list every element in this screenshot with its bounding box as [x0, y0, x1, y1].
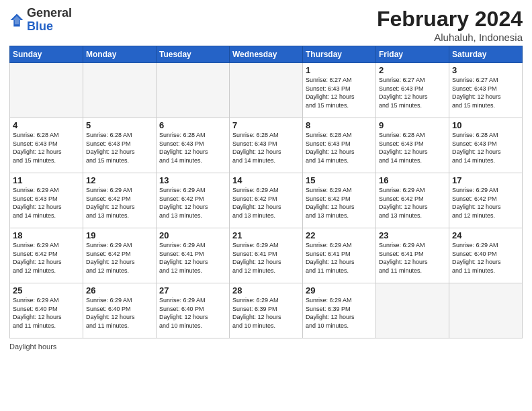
day-number: 15	[306, 175, 373, 185]
calendar-cell: 21Sunrise: 6:29 AMSunset: 6:41 PMDayligh…	[230, 228, 303, 283]
day-header-saturday: Saturday	[449, 46, 523, 63]
day-info: Sunrise: 6:29 AMSunset: 6:42 PMDaylight:…	[306, 186, 373, 220]
calendar-cell	[83, 63, 157, 118]
day-number: 11	[13, 175, 80, 185]
day-number: 22	[306, 230, 373, 240]
day-number: 26	[86, 285, 153, 295]
calendar-cell	[449, 283, 523, 338]
day-number: 9	[379, 120, 446, 130]
day-number: 27	[159, 285, 226, 295]
calendar-cell: 13Sunrise: 6:29 AMSunset: 6:42 PMDayligh…	[157, 173, 230, 228]
day-number: 23	[379, 230, 446, 240]
logo-general-text: General	[27, 6, 72, 19]
day-info: Sunrise: 6:28 AMSunset: 6:43 PMDaylight:…	[306, 131, 373, 165]
logo-blue-text: Blue	[27, 19, 53, 33]
day-info: Sunrise: 6:29 AMSunset: 6:39 PMDaylight:…	[306, 296, 373, 330]
header-row: General Blue February 2024 Aluhaluh, Ind…	[9, 7, 523, 43]
footer-note: Daylight hours	[9, 342, 523, 351]
calendar-cell: 29Sunrise: 6:29 AMSunset: 6:39 PMDayligh…	[303, 283, 376, 338]
month-title: February 2024	[377, 7, 523, 32]
day-number: 2	[379, 65, 446, 75]
day-number: 25	[13, 285, 80, 295]
day-info: Sunrise: 6:29 AMSunset: 6:42 PMDaylight:…	[232, 186, 300, 220]
calendar-week-3: 11Sunrise: 6:29 AMSunset: 6:43 PMDayligh…	[10, 173, 523, 228]
day-info: Sunrise: 6:29 AMSunset: 6:42 PMDaylight:…	[452, 186, 519, 220]
calendar-cell: 6Sunrise: 6:28 AMSunset: 6:43 PMDaylight…	[157, 118, 230, 173]
day-info: Sunrise: 6:28 AMSunset: 6:43 PMDaylight:…	[159, 131, 226, 165]
calendar-cell: 18Sunrise: 6:29 AMSunset: 6:42 PMDayligh…	[10, 228, 83, 283]
day-info: Sunrise: 6:28 AMSunset: 6:43 PMDaylight:…	[232, 131, 300, 165]
calendar-cell: 3Sunrise: 6:27 AMSunset: 6:43 PMDaylight…	[449, 63, 523, 118]
day-header-thursday: Thursday	[303, 46, 376, 63]
day-number: 3	[452, 65, 519, 75]
calendar-cell: 2Sunrise: 6:27 AMSunset: 6:43 PMDaylight…	[376, 63, 449, 118]
day-info: Sunrise: 6:29 AMSunset: 6:42 PMDaylight:…	[13, 241, 80, 275]
day-info: Sunrise: 6:29 AMSunset: 6:39 PMDaylight:…	[232, 296, 300, 330]
page: General Blue February 2024 Aluhaluh, Ind…	[0, 0, 532, 411]
day-info: Sunrise: 6:29 AMSunset: 6:42 PMDaylight:…	[86, 186, 153, 220]
calendar-week-5: 25Sunrise: 6:29 AMSunset: 6:40 PMDayligh…	[10, 283, 523, 338]
day-number: 28	[232, 285, 300, 295]
calendar-week-4: 18Sunrise: 6:29 AMSunset: 6:42 PMDayligh…	[10, 228, 523, 283]
day-info: Sunrise: 6:29 AMSunset: 6:42 PMDaylight:…	[379, 186, 446, 220]
day-header-wednesday: Wednesday	[230, 46, 303, 63]
calendar-cell	[230, 63, 303, 118]
day-info: Sunrise: 6:29 AMSunset: 6:41 PMDaylight:…	[159, 241, 226, 275]
calendar-cell	[157, 63, 230, 118]
day-number: 24	[452, 230, 519, 240]
day-number: 4	[13, 120, 80, 130]
day-info: Sunrise: 6:28 AMSunset: 6:43 PMDaylight:…	[13, 131, 80, 165]
day-number: 17	[452, 175, 519, 185]
calendar-cell: 16Sunrise: 6:29 AMSunset: 6:42 PMDayligh…	[376, 173, 449, 228]
calendar-cell: 11Sunrise: 6:29 AMSunset: 6:43 PMDayligh…	[10, 173, 83, 228]
day-info: Sunrise: 6:29 AMSunset: 6:43 PMDaylight:…	[13, 186, 80, 220]
calendar-cell: 14Sunrise: 6:29 AMSunset: 6:42 PMDayligh…	[230, 173, 303, 228]
calendar-week-1: 1Sunrise: 6:27 AMSunset: 6:43 PMDaylight…	[10, 63, 523, 118]
calendar-cell: 1Sunrise: 6:27 AMSunset: 6:43 PMDaylight…	[303, 63, 376, 118]
day-number: 29	[306, 285, 373, 295]
calendar-cell: 8Sunrise: 6:28 AMSunset: 6:43 PMDaylight…	[303, 118, 376, 173]
day-number: 21	[232, 230, 300, 240]
day-number: 14	[232, 175, 300, 185]
day-info: Sunrise: 6:27 AMSunset: 6:43 PMDaylight:…	[452, 76, 519, 109]
calendar-cell: 19Sunrise: 6:29 AMSunset: 6:42 PMDayligh…	[83, 228, 157, 283]
day-info: Sunrise: 6:29 AMSunset: 6:40 PMDaylight:…	[159, 296, 226, 330]
calendar-cell: 12Sunrise: 6:29 AMSunset: 6:42 PMDayligh…	[83, 173, 157, 228]
day-info: Sunrise: 6:29 AMSunset: 6:41 PMDaylight:…	[306, 241, 373, 275]
day-number: 20	[159, 230, 226, 240]
calendar-cell: 15Sunrise: 6:29 AMSunset: 6:42 PMDayligh…	[303, 173, 376, 228]
calendar-cell	[10, 63, 83, 118]
day-header-tuesday: Tuesday	[157, 46, 230, 63]
day-info: Sunrise: 6:28 AMSunset: 6:43 PMDaylight:…	[452, 131, 519, 165]
calendar-cell: 17Sunrise: 6:29 AMSunset: 6:42 PMDayligh…	[449, 173, 523, 228]
calendar-cell: 7Sunrise: 6:28 AMSunset: 6:43 PMDaylight…	[230, 118, 303, 173]
day-number: 5	[86, 120, 153, 130]
day-number: 12	[86, 175, 153, 185]
day-info: Sunrise: 6:29 AMSunset: 6:41 PMDaylight:…	[379, 241, 446, 275]
calendar-cell: 20Sunrise: 6:29 AMSunset: 6:41 PMDayligh…	[157, 228, 230, 283]
calendar-table: SundayMondayTuesdayWednesdayThursdayFrid…	[9, 46, 523, 338]
calendar-week-2: 4Sunrise: 6:28 AMSunset: 6:43 PMDaylight…	[10, 118, 523, 173]
calendar-cell: 27Sunrise: 6:29 AMSunset: 6:40 PMDayligh…	[157, 283, 230, 338]
calendar-cell: 26Sunrise: 6:29 AMSunset: 6:40 PMDayligh…	[83, 283, 157, 338]
day-info: Sunrise: 6:27 AMSunset: 6:43 PMDaylight:…	[306, 76, 373, 109]
day-info: Sunrise: 6:29 AMSunset: 6:40 PMDaylight:…	[86, 296, 153, 330]
day-info: Sunrise: 6:27 AMSunset: 6:43 PMDaylight:…	[379, 76, 446, 109]
calendar-cell: 23Sunrise: 6:29 AMSunset: 6:41 PMDayligh…	[376, 228, 449, 283]
day-number: 8	[306, 120, 373, 130]
day-header-friday: Friday	[376, 46, 449, 63]
title-block: February 2024 Aluhaluh, Indonesia	[377, 7, 523, 43]
logo-icon	[9, 13, 24, 28]
calendar-cell: 5Sunrise: 6:28 AMSunset: 6:43 PMDaylight…	[83, 118, 157, 173]
calendar-cell: 9Sunrise: 6:28 AMSunset: 6:43 PMDaylight…	[376, 118, 449, 173]
day-number: 16	[379, 175, 446, 185]
day-header-sunday: Sunday	[10, 46, 83, 63]
calendar-header-row: SundayMondayTuesdayWednesdayThursdayFrid…	[10, 46, 523, 63]
day-info: Sunrise: 6:29 AMSunset: 6:40 PMDaylight:…	[13, 296, 80, 330]
day-number: 18	[13, 230, 80, 240]
day-info: Sunrise: 6:29 AMSunset: 6:40 PMDaylight:…	[452, 241, 519, 275]
logo: General Blue	[9, 7, 72, 34]
day-number: 13	[159, 175, 226, 185]
calendar-cell: 10Sunrise: 6:28 AMSunset: 6:43 PMDayligh…	[449, 118, 523, 173]
location: Aluhaluh, Indonesia	[377, 32, 523, 43]
